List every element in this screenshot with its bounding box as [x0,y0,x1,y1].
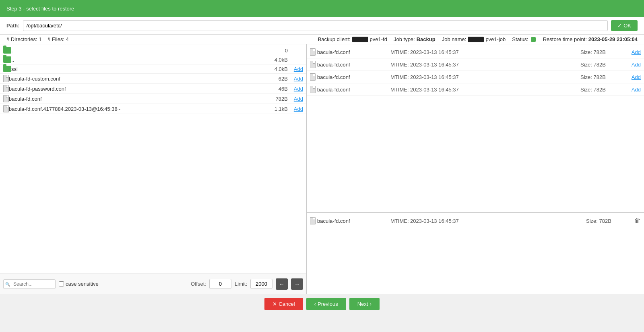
prev-chevron-icon: ‹ [314,301,316,307]
file-name: bacula-fd.conf.4177884.2023-03-13@16:45:… [9,106,260,112]
file-name: ssl [11,66,260,72]
versions-panel: bacula-fd.conf MTIME: 2023-03-13 16:45:3… [307,44,644,213]
file-size: 4.0kB [260,57,288,63]
job-type-value: Backup [417,36,436,42]
limit-label: Limit: [235,281,247,287]
version-file-name: bacula-fd.conf [310,86,390,93]
version-file-name: bacula-fd.conf [310,48,390,56]
offset-label: Offset: [191,281,206,287]
file-row[interactable]: ssl 4.0kB Add [0,64,306,74]
doc-icon [3,75,9,82]
add-version-link[interactable]: Add [629,74,641,80]
file-size: 46B [260,86,288,92]
selected-size: Size: 782B [586,218,634,224]
version-mtime: MTIME: 2023-03-13 16:45:37 [390,62,580,68]
next-chevron-icon: › [369,301,371,307]
version-row: bacula-fd.conf MTIME: 2023-03-13 16:45:3… [307,83,644,96]
folder-icon [3,66,11,72]
version-mtime: MTIME: 2023-03-13 16:45:37 [390,74,580,80]
add-version-link[interactable]: Add [629,62,641,68]
file-name: bacula-fd.conf [9,96,260,102]
doc-icon [3,85,9,92]
case-sensitive-label[interactable]: case sensitive [59,281,99,287]
prev-nav-button[interactable]: ← [276,278,288,290]
version-size: Size: 782B [580,74,629,80]
file-name: bacula-fd-password.conf [9,86,260,92]
bottom-bar: case sensitive Offset: Limit: ← → [0,274,306,294]
version-row: bacula-fd.conf MTIME: 2023-03-13 16:45:3… [307,71,644,83]
selected-file-name: bacula-fd.conf [310,217,390,224]
dir-count: # Directories: 1 [6,36,41,42]
remove-selected-button[interactable]: 🗑 [634,217,641,224]
selected-mtime: MTIME: 2023-03-13 16:45:37 [390,218,586,224]
file-count: # Files: 4 [47,36,69,42]
path-input[interactable] [23,20,608,31]
next-button[interactable]: Next › [349,298,380,310]
left-panel: . 0 .. 4.0kB ssl 4.0kB Add bacula-fd-cus… [0,44,307,294]
doc-icon [310,86,316,93]
backup-client-label: Backup client: [318,36,351,42]
info-bar: # Directories: 1 # Files: 4 Backup clien… [0,35,644,44]
search-input[interactable] [3,279,56,289]
ok-button[interactable]: ✓ OK [611,20,638,31]
file-list: . 0 .. 4.0kB ssl 4.0kB Add bacula-fd-cus… [0,44,306,274]
file-row[interactable]: bacula-fd-custom.conf 62B Add [0,74,306,84]
file-size: 1.1kB [260,106,288,112]
right-panel: bacula-fd.conf MTIME: 2023-03-13 16:45:3… [307,44,644,294]
restore-time-value: 2023-05-29 23:05:04 [588,36,638,42]
file-row[interactable]: bacula-fd.conf 782B Add [0,94,306,104]
version-file-name: bacula-fd.conf [310,73,390,81]
add-file-link[interactable]: Add [291,66,303,72]
file-name: . [11,48,260,54]
file-size: 782B [260,96,288,102]
add-file-link[interactable]: Add [291,86,303,92]
version-row: bacula-fd.conf MTIME: 2023-03-13 16:45:3… [307,58,644,71]
backup-client-redacted [352,37,368,42]
job-type-label: Job type: [394,36,415,42]
job-name-redacted [468,37,484,42]
limit-input[interactable] [250,279,272,289]
next-nav-button[interactable]: → [291,278,303,290]
version-size: Size: 782B [580,87,629,93]
version-mtime: MTIME: 2023-03-13 16:45:37 [390,87,580,93]
add-version-link[interactable]: Add [629,49,641,55]
case-sensitive-checkbox[interactable] [59,281,64,286]
doc-icon [310,217,316,224]
status-icon [531,37,536,42]
version-file-name: bacula-fd.conf [310,61,390,68]
status-label: Status: [512,36,528,42]
doc-icon [310,48,316,56]
backup-client-suffix: pve1-fd [370,36,387,42]
path-bar: Path: ✓ OK [0,17,644,35]
restore-time-label: Restore time point: [543,36,587,42]
job-name-label: Job name: [442,36,466,42]
add-file-link[interactable]: Add [291,106,303,112]
add-file-link[interactable]: Add [291,96,303,102]
add-version-link[interactable]: Add [629,87,641,93]
offset-input[interactable] [209,279,231,289]
page-header: Step 3 - select files to restore [0,0,644,17]
file-row[interactable]: .. 4.0kB [0,55,306,64]
version-row: bacula-fd.conf MTIME: 2023-03-13 16:45:3… [307,46,644,58]
file-row[interactable]: bacula-fd-password.conf 46B Add [0,84,306,94]
path-label: Path: [6,23,20,29]
cancel-button[interactable]: ✕ Cancel [264,298,303,310]
selected-panel: bacula-fd.conf MTIME: 2023-03-13 16:45:3… [307,213,644,294]
ok-checkmark-icon: ✓ [617,23,622,29]
main-content: . 0 .. 4.0kB ssl 4.0kB Add bacula-fd-cus… [0,44,644,294]
folder-icon [3,47,11,54]
file-row[interactable]: . 0 [0,46,306,55]
file-row[interactable]: bacula-fd.conf.4177884.2023-03-13@16:45:… [0,104,306,114]
file-name: .. [11,57,260,63]
file-size: 4.0kB [260,66,288,72]
doc-icon [310,61,316,68]
add-file-link[interactable]: Add [291,76,303,82]
cancel-x-icon: ✕ [272,301,277,307]
version-mtime: MTIME: 2023-03-13 16:45:37 [390,49,580,55]
folder-icon [3,56,11,63]
job-name-suffix: pve1-job [485,36,506,42]
search-wrapper [3,279,56,289]
previous-button[interactable]: ‹ Previous [306,298,346,310]
version-size: Size: 782B [580,49,629,55]
version-size: Size: 782B [580,62,629,68]
